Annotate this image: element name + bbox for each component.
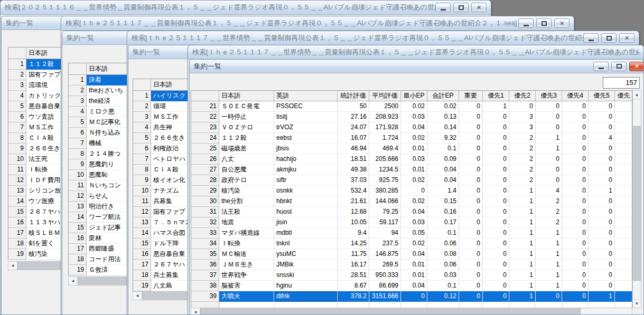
cell-value[interactable]: 11.75 xyxy=(338,249,369,260)
cell-value[interactable]: 0.04 xyxy=(401,281,427,291)
table-row[interactable]: 30the分割hbnkt21.61144.0660.020.15001200 xyxy=(191,196,632,207)
scrollbar-thumb[interactable] xyxy=(633,126,641,281)
cell-value[interactable]: 950.333 xyxy=(369,270,401,281)
cell-value[interactable]: 0 xyxy=(562,186,589,196)
cell-value[interactable]: 0.1 xyxy=(427,228,459,238)
table-row[interactable]: 33マダバ構造線mdbtl9.4940.050.1001100 xyxy=(191,228,632,238)
cell-value[interactable]: 1 xyxy=(536,228,562,238)
cell-overflow[interactable] xyxy=(615,133,632,144)
cell-value[interactable]: 1 xyxy=(509,270,536,281)
cell-value[interactable]: 0 xyxy=(589,144,615,154)
cell-value[interactable]: 0.02 xyxy=(401,133,427,144)
cell-value[interactable]: 0 xyxy=(562,154,589,165)
cell-value[interactable]: 0 xyxy=(459,186,483,196)
cell-value[interactable]: 59.117 xyxy=(369,217,401,228)
cell-value[interactable]: 1 xyxy=(536,144,562,154)
cell-value[interactable]: 0 xyxy=(562,144,589,154)
cell-value[interactable]: 0 xyxy=(483,144,509,154)
cell-english[interactable]: mdbtl xyxy=(274,228,338,238)
cell-overflow[interactable] xyxy=(615,270,632,281)
close-button[interactable]: ✕ xyxy=(629,62,644,71)
cell-value[interactable]: 0.01 xyxy=(401,260,427,270)
cell-value[interactable]: 205.666 xyxy=(369,154,401,165)
minimize-button-icon[interactable] xyxy=(435,3,451,12)
cell-value[interactable]: 0 xyxy=(459,270,483,281)
scroll-down-button[interactable]: ▼ xyxy=(633,299,641,308)
cell-value[interactable]: 0 xyxy=(589,165,615,175)
cell-japanese[interactable]: 世界戦争 xyxy=(219,270,274,281)
table-row[interactable]: 36ＪＭＢ生きJMBik16.17269.50.010.06001100 xyxy=(191,260,632,270)
table-row[interactable]: 34Ｉ転換tnknl14.25237.50.020.06001100 xyxy=(191,238,632,249)
cell-overflow[interactable] xyxy=(615,175,632,186)
cell-value[interactable]: 2 xyxy=(536,217,562,228)
cell-value[interactable]: 1 xyxy=(536,270,562,281)
cell-overflow[interactable] xyxy=(615,101,632,112)
cell-japanese[interactable]: 核汚染 xyxy=(219,186,274,196)
minimize-button-icon[interactable] xyxy=(518,18,534,28)
cell-overflow[interactable] xyxy=(615,186,632,196)
cell-value[interactable]: 0 xyxy=(536,101,562,112)
cell-value[interactable]: 0 xyxy=(459,144,483,154)
cell-value[interactable]: 146.875 xyxy=(369,249,401,260)
table-row[interactable]: 35ＭＣ輸送ysuMC11.75146.8750.040.08001100 xyxy=(191,249,632,260)
cell-japanese[interactable]: 八丈 xyxy=(219,154,274,165)
cell-english[interactable]: trVOZ xyxy=(274,122,338,133)
cell-japanese[interactable]: 磁場歳差 xyxy=(219,144,274,154)
cell-value[interactable]: 3 xyxy=(509,112,536,122)
cell-value[interactable]: 0.1 xyxy=(427,144,459,154)
cell-english[interactable]: snsski xyxy=(274,270,338,281)
cell-value[interactable]: 1.724 xyxy=(369,133,401,144)
cell-english[interactable]: siftr xyxy=(274,175,338,186)
cell-japanese[interactable]: Ｉ転換 xyxy=(219,238,274,249)
close-button[interactable]: ✕ xyxy=(471,3,487,12)
cell-value[interactable]: 0 xyxy=(536,122,562,133)
cell-value[interactable]: 0 xyxy=(459,101,483,112)
cell-value[interactable]: 0 xyxy=(589,249,615,260)
maximize-button-icon[interactable] xyxy=(536,18,552,28)
cell-value[interactable]: 49.38 xyxy=(338,165,369,175)
cell-value[interactable]: 0 xyxy=(589,175,615,186)
scroll-up-button[interactable]: ▲ xyxy=(633,91,641,99)
cell-english[interactable]: huost xyxy=(274,207,338,217)
cell-value[interactable]: 269.5 xyxy=(369,260,401,270)
cell-value[interactable]: 0.04 xyxy=(401,249,427,260)
cell-overflow[interactable] xyxy=(615,144,632,154)
cell-japanese[interactable]: ＪＭＢ生き xyxy=(219,260,274,270)
cell-value[interactable]: 0.06 xyxy=(427,260,459,270)
cell-value[interactable]: 0 xyxy=(562,133,589,144)
cell-english[interactable]: jisin xyxy=(274,217,338,228)
cell-value[interactable]: 0.13 xyxy=(427,112,459,122)
cell-value[interactable]: 27.16 xyxy=(338,112,369,122)
cell-value[interactable]: 0.16 xyxy=(427,207,459,217)
cell-japanese[interactable]: 地震 xyxy=(219,217,274,228)
cell-value[interactable]: 0 xyxy=(459,175,483,186)
cell-value[interactable]: 37.03 xyxy=(338,175,369,186)
cell-value[interactable]: 0 xyxy=(459,122,483,133)
cell-overflow[interactable] xyxy=(615,207,632,217)
cell-value[interactable]: 0 xyxy=(459,238,483,249)
cell-value[interactable]: 0 xyxy=(401,291,427,302)
cell-value[interactable]: 0 xyxy=(536,175,562,186)
table-row[interactable]: 24１１２殺eebst16.071.7240.029.32002104 xyxy=(191,133,632,144)
cell-value[interactable]: 0.02 xyxy=(401,238,427,249)
cell-english[interactable]: hachijo xyxy=(274,154,338,165)
aggregate-window-titlebar[interactable]: 集約一覧 ✕ xyxy=(190,60,643,73)
cell-value[interactable]: 0 xyxy=(562,122,589,133)
cell-english[interactable]: akmjku xyxy=(274,165,338,175)
cell-value[interactable]: 0 xyxy=(562,281,589,291)
cell-value[interactable]: 171.928 xyxy=(369,122,401,133)
cell-value[interactable]: 0 xyxy=(483,133,509,144)
cell-value[interactable]: 0.02 xyxy=(401,175,427,186)
search-window-2-titlebar[interactable]: 検索[ｔｈｅ２５１１１７＿＿質量制御再現公表１，５＿＿ジェド霊界ラジオ再現０，５… xyxy=(61,16,574,31)
cell-value[interactable]: 0 xyxy=(562,228,589,238)
cell-value[interactable]: 0 xyxy=(589,260,615,270)
cell-value[interactable]: 0.17 xyxy=(427,217,459,228)
cell-value[interactable]: 925.75 xyxy=(369,175,401,186)
table-row[interactable]: 27自公悪魔akmjku49.381234.50.010.04002000 xyxy=(191,165,632,175)
cell-overflow[interactable] xyxy=(615,112,632,122)
cell-overflow[interactable] xyxy=(615,196,632,207)
table-row[interactable]: 25磁場歳差jbsis46.94469.40.010.1002100 xyxy=(191,144,632,154)
cell-value[interactable]: 0 xyxy=(483,154,509,165)
cell-overflow[interactable] xyxy=(615,249,632,260)
cell-value[interactable]: 0 xyxy=(459,260,483,270)
